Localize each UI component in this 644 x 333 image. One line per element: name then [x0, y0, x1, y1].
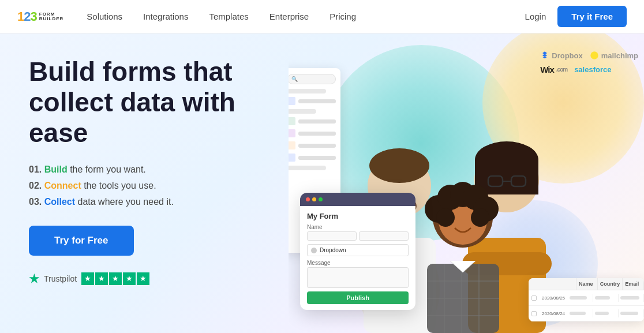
table-date-2: 2020/08/24: [539, 309, 568, 319]
star-5: ★: [137, 272, 149, 285]
search-icon: 🔍: [291, 76, 298, 82]
feature-highlight-2: Connect: [44, 181, 81, 190]
form-message-label: Message: [307, 260, 409, 266]
feature-item-3: 03. Collect data where you need it.: [29, 197, 271, 207]
builder-field-line-3: [289, 166, 326, 170]
feature-list: 01. Build the form you want. 02. Connect…: [29, 164, 271, 207]
table-date-header: [539, 278, 576, 290]
form-publish-button[interactable]: Publish: [307, 291, 409, 304]
builder-field-line-1: [289, 89, 326, 93]
wix-logo: Wix.com: [540, 65, 567, 74]
svg-point-0: [590, 51, 598, 59]
hero-section: Build forms that collect data with ease …: [0, 33, 644, 333]
form-mockup-header: [300, 193, 415, 206]
person-woman-curly: [421, 160, 505, 333]
form-mockup-body: My Form Name Dropdown Message Publish: [300, 206, 415, 310]
hero-title: Build forms that collect data with ease: [29, 57, 271, 148]
builder-field-item-3: [289, 129, 336, 137]
builder-field-item-2: [289, 117, 336, 125]
nav-item-pricing[interactable]: Pricing: [330, 12, 356, 22]
feature-text-3: data where you need it.: [78, 197, 174, 207]
table-data-row-2: 2020/08/24: [529, 306, 644, 321]
table-mockup: Name Country Email 2020/08/25 2020/: [529, 278, 644, 321]
feature-text-2: the tools you use.: [84, 181, 156, 190]
builder-item-icon-5: [289, 154, 295, 162]
table-email-2: [619, 309, 644, 317]
logo-digits: 123: [17, 9, 37, 24]
form-dropdown[interactable]: Dropdown: [307, 244, 409, 256]
login-link[interactable]: Login: [525, 12, 546, 21]
form-name-label: Name: [307, 224, 409, 230]
star-3: ★: [109, 272, 122, 285]
feature-num-1: 01.: [29, 164, 42, 174]
integrations-row-2: Wix.com salesforce: [540, 65, 638, 74]
mailchimp-logo: mailchimp: [590, 51, 638, 60]
trustpilot-star-icon: ★: [29, 272, 39, 286]
salesforce-logo: salesforce: [574, 65, 611, 74]
navbar: 123 FORM BUILDER Solutions Integrations …: [0, 0, 644, 33]
form-message-textarea[interactable]: [307, 267, 409, 288]
form-last-name-input[interactable]: [359, 231, 409, 241]
integration-logos: Dropbox mailchimp Wix.com salesforce: [540, 51, 638, 74]
table-country-2: [593, 309, 619, 317]
builder-item-icon-4: [289, 141, 295, 149]
builder-item-label-line-5: [298, 156, 336, 160]
table-name-header: Name: [576, 278, 598, 290]
form-mockup: My Form Name Dropdown Message Publish: [300, 193, 415, 310]
feature-num-3: 03.: [29, 197, 42, 207]
builder-field-line-2: [289, 109, 316, 114]
hero-left: Build forms that collect data with ease …: [0, 33, 289, 333]
table-email-header: Email: [623, 278, 644, 290]
builder-field-item-4: [289, 141, 336, 149]
table-checkbox-2[interactable]: [529, 306, 539, 321]
trustpilot-stars: ★ ★ ★ ★ ★: [81, 272, 149, 285]
form-first-name-input[interactable]: [307, 231, 357, 241]
builder-item-icon-3: [289, 129, 295, 137]
table-header-row: Name Country Email: [529, 278, 644, 290]
trustpilot-widget: ★ Trustpilot ★ ★ ★ ★ ★: [29, 272, 271, 286]
hero-right: Dropbox mailchimp Wix.com salesforce: [289, 33, 644, 333]
star-1: ★: [81, 272, 94, 285]
table-country-1: [593, 294, 619, 302]
integrations-row-1: Dropbox mailchimp: [540, 51, 638, 60]
builder-search-bar: 🔍: [289, 74, 336, 84]
form-name-row: [307, 231, 409, 241]
builder-item-icon-2: [289, 117, 295, 125]
table-email-1: [619, 294, 644, 302]
feature-text-1: the form you want.: [70, 164, 146, 174]
nav-links: Solutions Integrations Templates Enterpr…: [87, 12, 525, 22]
builder-item-label-line-2: [298, 119, 336, 124]
nav-right: Login Try it Free: [525, 6, 627, 27]
logo-text: FORM BUILDER: [39, 12, 64, 21]
table-name-1: [568, 294, 593, 302]
window-maximize-dot: [319, 197, 323, 201]
svg-point-3: [369, 148, 429, 183]
table-data-row-1: 2020/08/25: [529, 290, 644, 306]
nav-item-enterprise[interactable]: Enterprise: [269, 12, 309, 22]
nav-item-solutions[interactable]: Solutions: [87, 12, 122, 22]
feature-num-2: 02.: [29, 181, 42, 190]
dropdown-icon: [311, 248, 317, 253]
table-date-1: 2020/08/25: [539, 293, 568, 303]
feature-item-2: 02. Connect the tools you use.: [29, 181, 271, 191]
builder-item-label-line-3: [298, 132, 336, 136]
builder-field-item-5: [289, 154, 336, 162]
table-country-header: Country: [598, 278, 623, 290]
star-2: ★: [95, 272, 108, 285]
builder-item-label-line: [298, 99, 336, 103]
logo[interactable]: 123 FORM BUILDER: [17, 9, 63, 24]
nav-item-templates[interactable]: Templates: [209, 12, 248, 22]
builder-item-icon: [289, 97, 295, 105]
window-minimize-dot: [312, 197, 316, 201]
try-for-free-button[interactable]: Try for Free: [29, 226, 134, 256]
builder-item-label-line-4: [298, 144, 336, 148]
feature-highlight-3: Collect: [44, 197, 75, 207]
trustpilot-label: Trustpilot: [44, 274, 77, 283]
table-name-2: [568, 309, 593, 317]
form-title: My Form: [307, 212, 409, 220]
try-it-free-button[interactable]: Try it Free: [557, 6, 627, 27]
feature-item-1: 01. Build the form you want.: [29, 164, 271, 175]
star-4: ★: [123, 272, 136, 285]
table-checkbox-1[interactable]: [529, 290, 539, 305]
nav-item-integrations[interactable]: Integrations: [143, 12, 188, 22]
